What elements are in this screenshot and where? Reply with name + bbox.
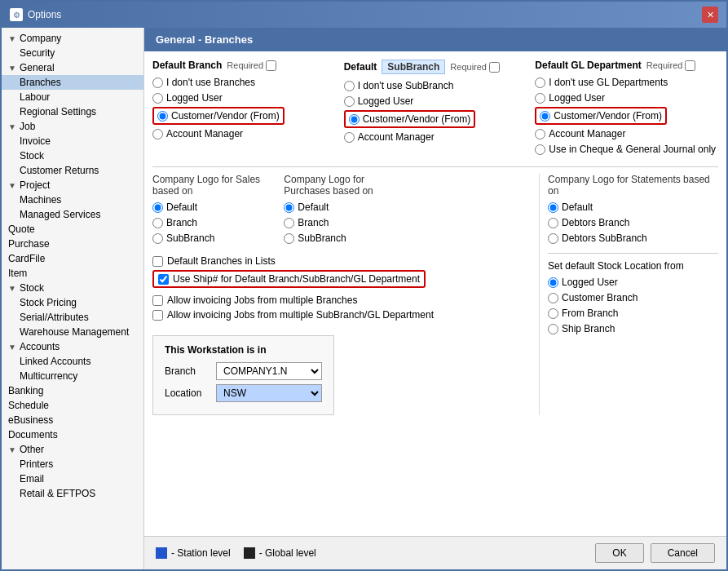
- sl-customer-input[interactable]: [548, 293, 558, 303]
- default-subbranch-required-checkbox[interactable]: [489, 62, 500, 73]
- allow-invoicing-sub-checkbox[interactable]: [152, 310, 163, 321]
- gl-radio-cheque-input[interactable]: [535, 144, 545, 155]
- close-button[interactable]: ✕: [702, 7, 718, 23]
- sidebar-item-stock-pricing[interactable]: Stock Pricing: [2, 295, 143, 310]
- sidebar-item-security[interactable]: Security: [2, 46, 143, 60]
- sidebar-item-documents[interactable]: Documents: [2, 427, 143, 442]
- gl-radio-account-input[interactable]: [535, 129, 545, 139]
- sidebar-item-warehouse[interactable]: Warehouse Management: [2, 325, 143, 339]
- sidebar-item-company[interactable]: ▼ Company: [2, 31, 143, 46]
- dsb-radio-account-label: Account Manager: [358, 131, 435, 143]
- default-subbranch-header: Default SubBranch Required: [344, 60, 527, 74]
- ls-subbranch-input[interactable]: [152, 233, 163, 244]
- sidebar-item-printers[interactable]: Printers: [2, 457, 143, 471]
- gl-radio-logged-label: Logged User: [549, 92, 605, 104]
- default-gl-required-checkbox[interactable]: [685, 60, 695, 71]
- sidebar-item-multicurrency[interactable]: Multicurrency: [2, 369, 143, 383]
- dsb-customer-box[interactable]: Customer/Vendor (From): [344, 110, 476, 128]
- sidebar-item-linked[interactable]: Linked Accounts: [2, 354, 143, 369]
- sidebar-item-ebusiness[interactable]: eBusiness: [2, 413, 143, 427]
- gl-radio-none-input[interactable]: [535, 77, 545, 88]
- default-subbranch-section: Default SubBranch Required I don't use S…: [344, 60, 527, 158]
- dsb-radio-customer-label: Customer/Vendor (From): [363, 113, 471, 125]
- dsb-radio-none-input[interactable]: [344, 81, 355, 91]
- logo-purchases-title: Company Logo for Purchases based on: [284, 174, 407, 197]
- sidebar-item-email[interactable]: Email: [2, 471, 143, 486]
- dsb-radio-customer-input[interactable]: [349, 114, 360, 125]
- default-branch-required-checkbox[interactable]: [266, 60, 276, 71]
- sidebar-item-quote[interactable]: Quote: [2, 222, 143, 237]
- sidebar-label-purchase: Purchase: [8, 238, 50, 250]
- lst-default-input[interactable]: [548, 202, 558, 213]
- sidebar-item-item[interactable]: Item: [2, 266, 143, 281]
- footer: - Station level - Global level OK Cancel: [144, 536, 726, 569]
- sidebar-item-banking[interactable]: Banking: [2, 383, 143, 398]
- gl-radio-logged-input[interactable]: [535, 93, 545, 104]
- sidebar-item-customer-returns[interactable]: Customer Returns: [2, 163, 143, 178]
- db-radio-logged-input[interactable]: [152, 93, 163, 104]
- sidebar-item-job[interactable]: ▼ Job: [2, 119, 143, 134]
- ls-default-input[interactable]: [152, 202, 163, 213]
- sidebar-item-other[interactable]: ▼ Other: [2, 442, 143, 457]
- sl-from-input[interactable]: [548, 308, 558, 319]
- allow-invoicing-sub-label: Allow invoicing Jobs from multiple SubBr…: [167, 309, 434, 321]
- sidebar-item-serial[interactable]: Serial/Attributes: [2, 310, 143, 325]
- workstation-area: This Workstation is in Branch COMPANY1.N…: [152, 330, 539, 415]
- legend: - Station level - Global level: [156, 547, 316, 559]
- sidebar-item-machines[interactable]: Machines: [2, 193, 143, 207]
- lp-default-input[interactable]: [284, 202, 294, 213]
- cancel-button[interactable]: Cancel: [651, 543, 715, 563]
- db-customer-box[interactable]: Customer/Vendor (From): [152, 107, 285, 125]
- sidebar-item-managed[interactable]: Managed Services: [2, 207, 143, 222]
- logo-purchases-section: Company Logo for Purchases based on Defa…: [284, 174, 407, 247]
- sl-ship-input[interactable]: [548, 324, 558, 334]
- ls-branch-input[interactable]: [152, 218, 163, 228]
- sidebar-item-branches[interactable]: Branches: [2, 75, 143, 90]
- sidebar-item-schedule[interactable]: Schedule: [2, 398, 143, 413]
- sidebar-label-company: Company: [20, 33, 61, 44]
- sidebar-item-accounts[interactable]: ▼ Accounts: [2, 339, 143, 354]
- sidebar-item-stock-job[interactable]: Stock: [2, 148, 143, 163]
- gl-radio-customer-input[interactable]: [540, 111, 550, 122]
- workstation-branch-select[interactable]: COMPANY1.N: [216, 362, 322, 380]
- sidebar-label-printers: Printers: [20, 458, 53, 470]
- db-radio-none-input[interactable]: [152, 77, 163, 88]
- default-subbranch-title: Default: [344, 61, 377, 73]
- sidebar-item-general[interactable]: ▼ General: [2, 60, 143, 75]
- dsb-radio-logged-input[interactable]: [344, 96, 355, 107]
- allow-invoicing-multi-checkbox[interactable]: [152, 295, 163, 306]
- allow-invoicing-multi-label: Allow invoicing Jobs from multiple Branc…: [167, 294, 357, 306]
- gl-radio-cheque: Use in Cheque & General Journal only: [535, 143, 718, 156]
- use-ship-checkbox[interactable]: [158, 274, 169, 285]
- legend-global-label: - Global level: [259, 547, 316, 559]
- workstation-location-select[interactable]: NSW: [216, 384, 322, 402]
- sidebar: ▼ Company Security ▼ General Branches La…: [2, 28, 144, 569]
- allow-invoicing-multi-row: Allow invoicing Jobs from multiple Branc…: [152, 294, 539, 306]
- gl-radio-none-label: I don't use GL Departments: [549, 77, 668, 88]
- lst-debtors-branch-input[interactable]: [548, 218, 558, 228]
- gl-customer-box[interactable]: Customer/Vendor (From): [535, 107, 667, 125]
- sidebar-item-regional[interactable]: Regional Settings: [2, 104, 143, 119]
- dsb-radio-account-input[interactable]: [344, 132, 355, 143]
- db-radio-customer-input[interactable]: [157, 111, 168, 122]
- lst-debtors-branch: Debtors Branch: [548, 216, 718, 229]
- sidebar-item-project[interactable]: ▼ Project: [2, 178, 143, 193]
- sidebar-item-stock[interactable]: ▼ Stock: [2, 281, 143, 295]
- lp-branch-label: Branch: [298, 217, 329, 228]
- sl-logged-input[interactable]: [548, 277, 558, 288]
- sidebar-item-cardfile[interactable]: CardFile: [2, 251, 143, 266]
- lp-subbranch-input[interactable]: [284, 233, 294, 244]
- db-radio-account-input[interactable]: [152, 129, 163, 139]
- ls-default: Default: [152, 201, 276, 214]
- use-ship-row-wrapper: Use Ship# for Default Branch/SubBranch/G…: [152, 270, 539, 291]
- sidebar-item-purchase[interactable]: Purchase: [2, 237, 143, 251]
- lst-debtors-sub-input[interactable]: [548, 233, 558, 244]
- sidebar-label-linked: Linked Accounts: [20, 356, 90, 367]
- sidebar-item-labour[interactable]: Labour: [2, 90, 143, 104]
- ok-button[interactable]: OK: [595, 543, 643, 563]
- default-branches-lists-checkbox[interactable]: [152, 256, 163, 267]
- sidebar-item-retail[interactable]: Retail & EFTPOS: [2, 486, 143, 501]
- sidebar-item-invoice[interactable]: Invoice: [2, 134, 143, 148]
- lp-branch-input[interactable]: [284, 218, 294, 228]
- gl-radio-none: I don't use GL Departments: [535, 76, 718, 89]
